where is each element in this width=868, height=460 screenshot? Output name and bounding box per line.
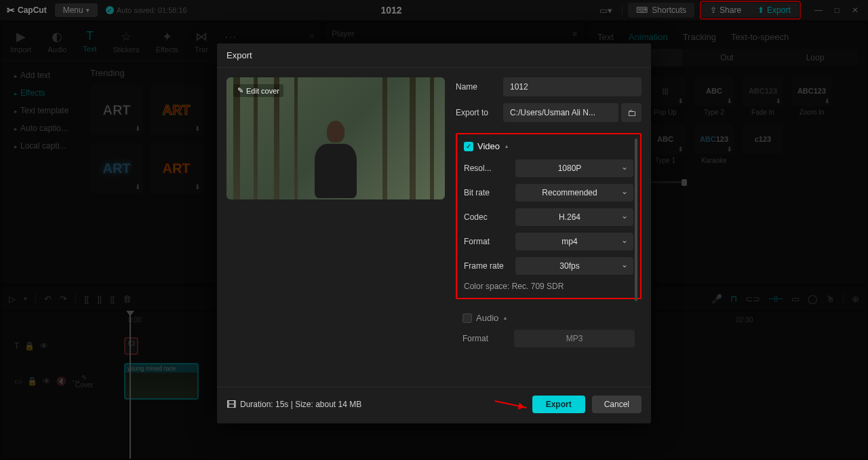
rtab-text[interactable]: Text: [597, 32, 614, 42]
tab-effects[interactable]: ✦Effects: [151, 26, 184, 56]
chevron-right-icon[interactable]: »: [305, 26, 318, 45]
project-title: 1012: [195, 5, 588, 16]
tab-import[interactable]: ▶Import: [5, 26, 37, 56]
tab-stickers[interactable]: ☆Stickers: [108, 26, 145, 56]
app-logo: ✂ CapCut: [7, 5, 47, 16]
keyboard-icon: ⌨: [636, 5, 648, 15]
download-icon: ⬇: [195, 183, 200, 191]
export-button-top[interactable]: ⬆Export: [749, 3, 799, 18]
circle-icon[interactable]: ◯: [808, 294, 818, 304]
playhead[interactable]: [130, 312, 131, 459]
folder-icon: 🗀: [627, 108, 636, 118]
export-path: C:/Users/Usman Ali N...: [503, 103, 618, 122]
cat-text-template[interactable]: Text template: [7, 102, 78, 119]
redo-button[interactable]: ↷: [60, 294, 67, 304]
anim-c123[interactable]: c123: [743, 124, 783, 154]
tab-transitions[interactable]: ⋈Trar: [189, 26, 214, 56]
pencil-icon: ✎: [237, 86, 243, 95]
lock-icon[interactable]: 🔒: [27, 377, 37, 386]
share-export-highlight: ⇪Share ⬆Export: [700, 1, 801, 20]
text-clip[interactable]: Cl: [124, 337, 138, 355]
share-icon: ⇪: [710, 5, 717, 15]
rtab-tts[interactable]: Text-to-speech: [731, 32, 789, 42]
cat-effects[interactable]: Effects: [7, 84, 78, 102]
export-button[interactable]: Export: [532, 396, 585, 413]
eye-icon[interactable]: 👁: [40, 341, 48, 351]
resolution-select[interactable]: 1080P: [515, 159, 633, 177]
upload-icon: ⬆: [757, 5, 764, 15]
tab-text[interactable]: TText: [77, 26, 102, 56]
subtab-out[interactable]: Out: [683, 49, 771, 66]
cat-auto-captions[interactable]: Auto captio...: [7, 119, 78, 137]
codec-label: Codec: [464, 212, 515, 222]
framerate-select[interactable]: 30fps: [515, 257, 633, 275]
anim-karaoke[interactable]: ABC123⬇: [694, 124, 734, 154]
name-input[interactable]: [503, 77, 642, 96]
shortcuts-button[interactable]: ⌨Shortcuts: [628, 3, 694, 18]
browse-folder-button[interactable]: 🗀: [621, 103, 642, 122]
share-button[interactable]: ⇪Share: [702, 3, 749, 18]
cat-add-text[interactable]: Add text: [7, 66, 78, 84]
cancel-button[interactable]: Cancel: [592, 396, 642, 413]
effect-thumb[interactable]: ART⬇: [90, 143, 143, 193]
preview-icon[interactable]: ▭: [791, 294, 800, 304]
mouse-icon[interactable]: 🖱: [826, 294, 835, 304]
anim-fadein[interactable]: ABC123⬇: [743, 76, 783, 106]
align-icon[interactable]: ⊣⊢: [768, 294, 783, 304]
tab-audio[interactable]: ◐Audio: [42, 26, 72, 56]
effect-thumb[interactable]: ART⬇: [150, 143, 203, 193]
rtab-animation[interactable]: Animation: [629, 32, 668, 42]
effect-thumb[interactable]: ART⬇: [150, 85, 203, 135]
mic-icon[interactable]: 🎤: [711, 294, 722, 304]
cover-preview[interactable]: ✎Edit cover: [226, 77, 445, 199]
magnet-icon[interactable]: ⊓: [730, 294, 737, 304]
codec-select[interactable]: H.264: [515, 208, 633, 226]
rtab-tracking[interactable]: Tracking: [683, 32, 716, 42]
import-icon: ▶: [16, 29, 26, 44]
close-window-button[interactable]: ✕: [849, 5, 861, 15]
sticker-icon: ☆: [121, 29, 132, 44]
collapse-icon[interactable]: ▴: [504, 315, 507, 321]
split-tool[interactable]: ][: [84, 294, 89, 304]
text-track-icon: T: [14, 341, 19, 351]
format-label: Format: [464, 237, 515, 246]
subtab-loop[interactable]: Loop: [771, 49, 859, 66]
bitrate-select[interactable]: Recommended: [515, 184, 633, 202]
anim-popup[interactable]: |||⬇: [646, 76, 685, 106]
minimize-button[interactable]: —: [812, 5, 825, 15]
edit-cover-button[interactable]: ✎Edit cover: [233, 84, 283, 97]
format-select[interactable]: mp4: [515, 233, 633, 250]
anim-zoomin[interactable]: ABC123⬇: [792, 76, 831, 106]
lock-icon[interactable]: 🔒: [24, 341, 35, 351]
color-space-info: Color space: Rec. 709 SDR: [464, 282, 633, 291]
anim-type2[interactable]: ABC⬇: [694, 76, 734, 106]
link-icon[interactable]: ⊂⊃: [745, 294, 760, 304]
zoom-in-icon[interactable]: ⊕: [852, 294, 859, 304]
undo-button[interactable]: ↶: [44, 294, 52, 304]
layout-icon[interactable]: ▭▾: [595, 5, 616, 16]
menu-button[interactable]: Menu▾: [55, 3, 98, 17]
export-info: 🎞 Duration: 15s | Size: about 14 MB: [226, 399, 361, 410]
download-icon: ⬇: [727, 146, 732, 153]
anim-type1[interactable]: ABC⬇: [646, 124, 685, 154]
cover-edit-icon[interactable]: ✎: [81, 374, 87, 381]
video-checkbox[interactable]: ✓: [464, 142, 473, 151]
player-menu-icon[interactable]: ≡: [572, 29, 577, 39]
audio-format-select: MP3: [514, 330, 635, 347]
effect-thumb[interactable]: ART⬇: [90, 85, 143, 135]
split-left[interactable]: ]|: [97, 294, 102, 304]
chevron-down-icon: ▾: [86, 7, 90, 14]
split-right[interactable]: |[: [110, 294, 115, 304]
collapse-icon[interactable]: ▴: [505, 143, 508, 149]
cat-local-captions[interactable]: Local capti...: [7, 137, 78, 155]
audio-icon: ◐: [52, 29, 62, 44]
scrollbar[interactable]: [635, 138, 637, 301]
name-label: Name: [456, 82, 496, 92]
audio-checkbox[interactable]: [462, 313, 472, 323]
delete-button[interactable]: 🗑: [123, 294, 132, 304]
pointer-tool[interactable]: ▷: [9, 294, 16, 304]
maximize-button[interactable]: □: [832, 5, 842, 15]
video-settings-section: ✓ Video ▴ Resol... 1080P Bit rate Recomm…: [456, 133, 642, 299]
video-clip[interactable]: young mixed race: [124, 363, 199, 400]
audio-format-label: Format: [462, 334, 514, 343]
